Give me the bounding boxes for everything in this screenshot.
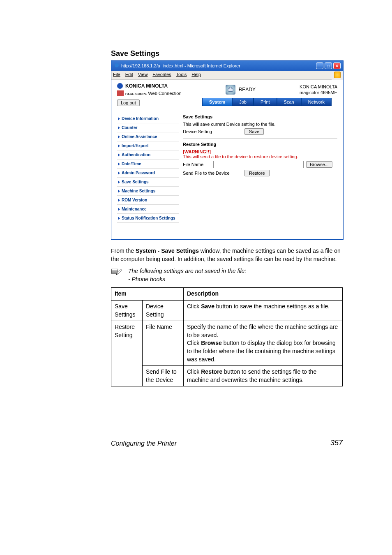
maximize-icon[interactable]: □ xyxy=(325,62,332,69)
left-nav: Device Information Counter Online Assist… xyxy=(117,114,179,223)
tab-scan[interactable]: Scan xyxy=(277,98,301,106)
cell-save-desc: Click Save button to save the machine se… xyxy=(184,300,343,321)
close-icon[interactable]: × xyxy=(333,62,341,69)
menu-file[interactable]: File xyxy=(113,72,120,79)
nav-counter[interactable]: Counter xyxy=(117,123,179,132)
file-name-input[interactable] xyxy=(213,161,304,168)
triangle-icon xyxy=(118,208,120,211)
pagescope-label: PAGE SCOPE Web Connection xyxy=(125,91,182,96)
nav-device-information[interactable]: Device Information xyxy=(117,114,179,123)
tab-system[interactable]: System xyxy=(202,98,232,106)
triangle-icon xyxy=(118,144,120,148)
nav-rom-version[interactable]: ROM Version xyxy=(117,196,179,205)
tab-job[interactable]: Job xyxy=(232,98,254,106)
km-logo-icon xyxy=(117,83,123,89)
cell-file-name-desc: Specify the name of the file where the m… xyxy=(184,321,343,366)
note-text: The following settings are not saved in … xyxy=(128,267,246,283)
triangle-icon xyxy=(118,199,120,202)
cell-device-setting: Device Setting xyxy=(143,300,184,321)
footer-title: Configuring the Printer xyxy=(111,440,177,447)
menu-favorites[interactable]: Favorites xyxy=(152,72,171,79)
tab-network[interactable]: Network xyxy=(301,98,332,106)
file-name-label: File Name xyxy=(183,162,211,167)
tab-print[interactable]: Print xyxy=(254,98,277,106)
browser-title-text: http://192.168.1.2/a_index.html - Micros… xyxy=(121,63,240,68)
device-model: magicolor 4695MF xyxy=(300,90,337,95)
triangle-icon xyxy=(118,180,120,184)
restore-button[interactable]: Restore xyxy=(244,170,270,176)
paragraph-intro: From the System - Save Settings window, … xyxy=(111,247,343,263)
cell-save-settings: Save Settings xyxy=(111,300,143,321)
nav-online-assistance[interactable]: Online Assistance xyxy=(117,132,179,141)
panel-save-settings-title: Save Settings xyxy=(183,114,337,119)
menu-edit[interactable]: Edit xyxy=(125,72,133,79)
brand-label: KONICA MINOLTA xyxy=(125,83,168,89)
status-ready-text: READY xyxy=(239,87,256,92)
panel-restore-title: Restore Setting xyxy=(183,142,337,147)
browse-button[interactable]: Browse... xyxy=(306,161,332,168)
triangle-icon xyxy=(118,171,120,175)
triangle-icon xyxy=(118,190,120,193)
cell-restore-setting: Restore Setting xyxy=(111,321,143,386)
note-icon xyxy=(111,267,124,278)
status-ready-icon xyxy=(226,85,235,95)
browser-menubar: File Edit View Favorites Tools Help xyxy=(111,71,332,80)
col-item: Item xyxy=(111,288,184,301)
minimize-icon[interactable]: _ xyxy=(316,62,323,69)
device-brand: KONICA MINOLTA xyxy=(300,84,337,90)
browser-window: http://192.168.1.2/a_index.html - Micros… xyxy=(111,60,344,240)
menu-help[interactable]: Help xyxy=(191,72,201,79)
main-panel: Save Settings This will save current Dev… xyxy=(183,114,337,223)
cell-send-file: Send File to the Device xyxy=(143,366,184,386)
save-button[interactable]: Save xyxy=(244,128,264,135)
nav-date-time[interactable]: Date/Time xyxy=(117,160,179,169)
triangle-icon xyxy=(118,153,120,157)
col-description: Description xyxy=(184,288,343,301)
table-row: Save Settings Device Setting Click Save … xyxy=(111,300,343,321)
logout-button[interactable]: Log out xyxy=(117,99,140,106)
divider xyxy=(183,138,337,139)
nav-save-settings[interactable]: Save Settings xyxy=(117,178,179,187)
triangle-icon xyxy=(118,135,120,139)
warning-label: [WARNING!!] xyxy=(183,149,337,154)
pagescope-icon xyxy=(117,90,124,96)
nav-machine-settings[interactable]: Machine Settings xyxy=(117,187,179,196)
warning-text: This will send a file to the device to r… xyxy=(183,154,337,159)
menu-tools[interactable]: Tools xyxy=(176,72,187,79)
ie-logo xyxy=(332,71,343,80)
send-file-label: Send File to the Device xyxy=(183,171,240,176)
section-heading: Save Settings xyxy=(111,49,343,58)
cell-file-name: File Name xyxy=(143,321,184,366)
nav-status-notification[interactable]: Status Notification Settings xyxy=(117,214,179,223)
cell-send-file-desc: Click Restore button to send the setting… xyxy=(184,366,343,386)
nav-authentication[interactable]: Authentication xyxy=(117,150,179,160)
nav-admin-password[interactable]: Admin Password xyxy=(117,169,179,178)
nav-maintenance[interactable]: Maintenance xyxy=(117,205,179,214)
settings-table: Item Description Save Settings Device Se… xyxy=(111,287,343,386)
triangle-icon xyxy=(118,217,120,220)
table-row: Send File to the Device Click Restore bu… xyxy=(111,366,343,386)
panel-save-desc: This will save current Device setting to… xyxy=(183,122,337,127)
svg-rect-2 xyxy=(229,87,232,89)
menu-view[interactable]: View xyxy=(138,72,148,79)
page-number: 357 xyxy=(330,439,343,447)
triangle-icon xyxy=(118,117,120,120)
svg-point-0 xyxy=(115,63,119,67)
browser-titlebar: http://192.168.1.2/a_index.html - Micros… xyxy=(111,61,343,71)
table-header-row: Item Description xyxy=(111,288,343,301)
triangle-icon xyxy=(118,126,120,130)
nav-import-export[interactable]: Import/Export xyxy=(117,141,179,150)
ie-icon xyxy=(114,62,120,69)
triangle-icon xyxy=(118,162,120,166)
table-row: Restore Setting File Name Specify the na… xyxy=(111,321,343,366)
device-setting-label: Device Setting xyxy=(183,129,240,134)
